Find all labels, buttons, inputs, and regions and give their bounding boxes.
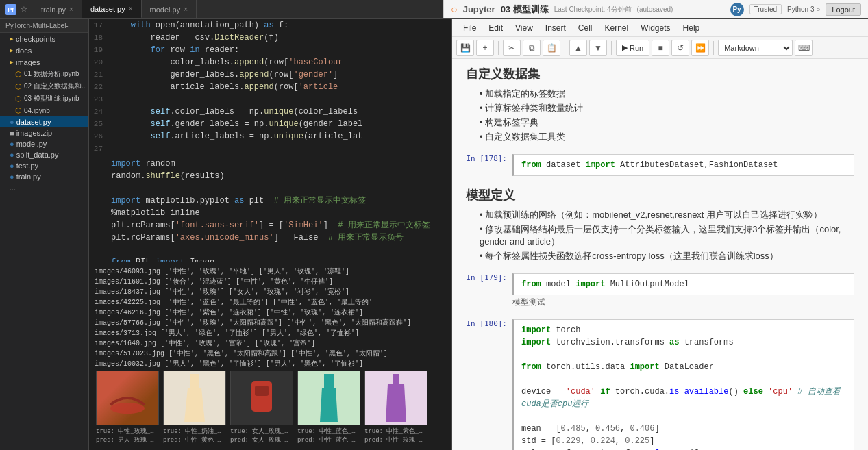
sidebar-item-model-py[interactable]: ● model.py [0, 138, 88, 149]
nb4-icon: ⬡ [15, 106, 22, 115]
dress-svg [184, 374, 205, 422]
toolbar-sep-1 [498, 41, 499, 55]
cell-178: In [178]: from dataset import Attributes… [466, 154, 854, 176]
code-line-blank2 [89, 244, 451, 256]
tab-train-py-label: train.py [41, 5, 66, 14]
output-img-cell-4: true: 中性_蓝色_最上等的 pred: 中性_蓝色_最上等的 [296, 371, 362, 445]
bullet-model-2: 修改基础网络结构最后一层仅支持一个分类标签输入，这里我们支持3个标签并输出（co… [480, 223, 854, 248]
split-py-icon: ● [10, 151, 14, 159]
cell-179-code[interactable]: from model import MultiOutputModel [512, 273, 854, 295]
bullet-2: 计算标签种类和数量统计 [480, 102, 854, 114]
jupyter-notebook-name[interactable]: 03 模型训练 [501, 3, 549, 16]
sidebar-item-test-py[interactable]: ● test.py [0, 160, 88, 171]
save-button[interactable]: 💾 [456, 40, 474, 56]
cut-button[interactable]: ✂ [503, 40, 521, 56]
cell-180-code[interactable]: import torch import torchvision.transfor… [512, 319, 854, 450]
menu-cell[interactable]: Cell [573, 22, 598, 34]
tab-dataset-py[interactable]: dataset.py × [82, 0, 142, 18]
menu-help[interactable]: Help [678, 22, 706, 34]
sidebar-item-model-py-label: model.py [16, 140, 47, 148]
test-py-icon: ● [10, 162, 14, 170]
menu-kernel[interactable]: Kernel [599, 22, 634, 34]
jupyter-panel: File Edit View Insert Cell Kernel Widget… [452, 19, 868, 450]
keyboard-button[interactable]: ⌨ [795, 40, 813, 56]
svg-rect-2 [251, 381, 272, 412]
main-layout: PyTorch-Multi-Label- ▸ checkpoints ▸ doc… [0, 19, 868, 450]
menu-edit[interactable]: Edit [483, 22, 508, 34]
move-down-button[interactable]: ▼ [589, 40, 607, 56]
menu-file[interactable]: File [458, 22, 482, 34]
tab-dataset-py-close[interactable]: × [129, 5, 133, 12]
add-cell-button[interactable]: + [476, 40, 494, 56]
folder-icon-images: ▸ [10, 58, 14, 66]
code-line-27: 27 [89, 142, 451, 155]
sidebar-item-split-data-py-label: split_data.py [16, 151, 59, 159]
output-line-5: images/46216.jpg ['中性', '紫色', '连衣裙'] ['中… [95, 308, 446, 318]
sidebar-item-dataset-py[interactable]: ● dataset.py [0, 116, 88, 127]
code-line-24: 24 self.color_labels = np.unique(color_l… [89, 105, 451, 118]
jupyter-topbar: ○ Jupyter 03 模型训练 Last Checkpoint: 4分钟前 … [443, 0, 868, 18]
output-img-4-pred: pred: 中性_蓝色_最上等的 [297, 436, 360, 445]
sidebar-item-checkpoints[interactable]: ▸ checkpoints [0, 33, 88, 45]
tab-train-py[interactable]: train.py × [33, 0, 82, 18]
nb1-icon: ⬡ [15, 70, 22, 79]
stop-button[interactable]: ■ [652, 40, 669, 56]
sidebar-item-nb3[interactable]: ⬡ 03 模型训练.ipynb [0, 92, 88, 105]
output-img-1-pred: pred: 男人_玫瑰_凉鞋 [96, 436, 159, 445]
cell-custom-dataset: 自定义数据集 加载指定的标签数据 计算标签种类和数量统计 构建标签字典 自定义数… [466, 66, 854, 143]
sidebar-item-nb2[interactable]: ⬡ 02 自定义数据集和.. [0, 80, 88, 92]
sidebar-item-test-py-label: test.py [16, 162, 38, 170]
bullet-model-3: 每个标签属性损失函数选择cross-entropy loss（这里我们联合训练求… [480, 250, 854, 262]
cell-178-code[interactable]: from dataset import AttributesDataset,Fa… [512, 154, 854, 176]
code-line-shuffle: random.shuffle(results) [89, 170, 451, 182]
run-label: Run [630, 44, 643, 52]
bullet-4: 自定义数据集工具类 [480, 131, 854, 143]
code-line-17: 17 with open(annotation_path) as f: [89, 19, 451, 32]
restart-run-button[interactable]: ⏩ [691, 40, 709, 56]
output-img-5-pred: pred: 中性_玫瑰_连衣裙 [364, 436, 427, 445]
cell-type-select[interactable]: Markdown Code Raw NBConvert [718, 40, 793, 56]
editor-tabs: train.py × dataset.py × model.py × [33, 0, 443, 18]
sidebar-item-images[interactable]: ▸ images [0, 56, 88, 68]
move-up-button[interactable]: ▲ [569, 40, 587, 56]
train-py-icon: ● [10, 173, 14, 181]
tab-model-py[interactable]: model.py × [142, 0, 197, 18]
tab-model-py-close[interactable]: × [184, 5, 188, 13]
restart-button[interactable]: ↺ [671, 40, 689, 56]
toolbar-sep-2 [565, 41, 565, 55]
output-img-3-pred: pred: 女人_玫瑰_背包 [230, 436, 293, 445]
output-img-4 [297, 371, 360, 425]
output-img-3-true: true: 女人_玫瑰_背包 [230, 427, 293, 436]
menu-widgets[interactable]: Widgets [635, 22, 675, 34]
sidebar-item-nb1[interactable]: ⬡ 01 数据分析.ipynb [0, 68, 88, 80]
sidebar-item-dataset-py-label: dataset.py [16, 118, 51, 126]
menu-insert[interactable]: Insert [540, 22, 571, 34]
code-line-rcparams1: plt.rcParams['font.sans-serif'] = ['SimH… [89, 219, 451, 232]
sidebar-item-split-data-py[interactable]: ● split_data.py [0, 149, 88, 160]
output-line-3: images/18437.jpg ['中性', '玫瑰'] ['女人', '玫瑰… [95, 287, 446, 297]
output-img-cell-3: true: 女人_玫瑰_背包 pred: 女人_玫瑰_背包 [229, 371, 295, 445]
code-area[interactable]: 17 with open(annotation_path) as f: 18 r… [89, 19, 451, 262]
run-button[interactable]: ▶ Run [616, 40, 649, 56]
backpack-svg [245, 377, 279, 418]
heading-model-def: 模型定义 [466, 187, 854, 203]
output-img-2 [163, 371, 226, 425]
jupyter-content[interactable]: 自定义数据集 加载指定的标签数据 计算标签种类和数量统计 构建标签字典 自定义数… [452, 59, 868, 450]
sidebar-item-more[interactable]: ... [0, 182, 88, 193]
trusted-badge: Trusted [749, 4, 782, 14]
logout-button[interactable]: Logout [826, 3, 861, 16]
output-area: images/46093.jpg ['中性', '玫瑰', '平地'] ['男人… [89, 262, 451, 450]
paste-button[interactable]: 📋 [543, 40, 560, 56]
cell-179-out-text: 模型测试 [512, 297, 545, 308]
tab-model-py-label: model.py [150, 5, 181, 14]
project-icon: Pr [5, 4, 16, 15]
output-img-1-true: true: 中性_玫瑰_平地图 [96, 427, 159, 436]
menu-view[interactable]: View [510, 22, 538, 34]
sidebar-item-train-py[interactable]: ● train.py [0, 171, 88, 182]
tab-train-py-close[interactable]: × [69, 5, 73, 13]
sidebar-item-images-zip[interactable]: ■ images.zip [0, 127, 88, 138]
toolbar-sep-4 [713, 41, 714, 55]
sidebar-item-docs[interactable]: ▸ docs [0, 45, 88, 56]
copy-button[interactable]: ⧉ [523, 40, 541, 56]
sidebar-item-nb4[interactable]: ⬡ 04.ipynb [0, 105, 88, 116]
